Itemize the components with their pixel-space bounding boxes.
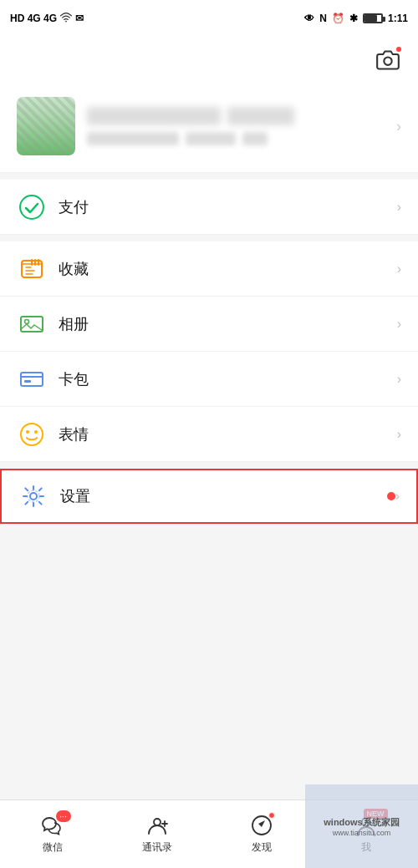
discover-dot bbox=[268, 812, 275, 819]
eye-icon: 👁 bbox=[304, 13, 314, 24]
divider-1 bbox=[0, 173, 418, 180]
bottom-nav: ··· 微信 通讯录 发现 NEW bbox=[0, 799, 418, 868]
svg-rect-4 bbox=[21, 317, 43, 332]
person-icon: NEW bbox=[354, 814, 378, 837]
menu-section: 支付 › 收藏 › 相册 › bbox=[0, 180, 418, 524]
emoji-icon bbox=[17, 419, 47, 449]
divider-pay bbox=[0, 235, 418, 241]
menu-arrow-settings: › bbox=[395, 489, 400, 504]
camera-notification-dot bbox=[395, 45, 403, 53]
svg-point-13 bbox=[154, 819, 161, 825]
profile-wechat-id-blur bbox=[87, 132, 179, 145]
status-right: 👁 N ⏰ ✱ 1:11 bbox=[304, 13, 408, 24]
status-bar: HD 4G 4G ✉ 👁 N ⏰ ✱ 1:11 bbox=[0, 0, 418, 37]
nfc-icon: N bbox=[319, 13, 327, 24]
svg-point-9 bbox=[26, 430, 29, 434]
menu-item-card[interactable]: 卡包 › bbox=[0, 352, 418, 407]
settings-icon bbox=[18, 481, 48, 511]
menu-label-emoji: 表情 bbox=[59, 424, 397, 444]
menu-label-card: 卡包 bbox=[59, 369, 397, 389]
menu-item-emoji[interactable]: 表情 › bbox=[0, 407, 418, 462]
svg-point-10 bbox=[34, 430, 38, 434]
nav-label-me: 我 bbox=[361, 840, 371, 855]
svg-point-8 bbox=[21, 424, 43, 445]
profile-sub-blur3 bbox=[242, 132, 268, 145]
collect-icon bbox=[17, 254, 47, 284]
nav-label-wechat: 微信 bbox=[43, 840, 63, 855]
profile-info bbox=[87, 107, 385, 145]
network-indicator: HD 4G 4G bbox=[10, 13, 57, 24]
menu-item-collect[interactable]: 收藏 › bbox=[0, 241, 418, 297]
compass-icon bbox=[250, 814, 273, 837]
menu-label-collect: 收藏 bbox=[59, 259, 397, 279]
time-display: 1:11 bbox=[388, 13, 408, 24]
menu-arrow-card: › bbox=[397, 372, 401, 387]
nav-item-contacts[interactable]: 通讯录 bbox=[104, 800, 209, 868]
nav-item-wechat[interactable]: ··· 微信 bbox=[0, 800, 104, 868]
nav-item-me[interactable]: NEW 我 bbox=[314, 800, 418, 868]
camera-area bbox=[0, 37, 418, 84]
me-new-badge: NEW bbox=[364, 809, 388, 819]
profile-arrow: › bbox=[396, 118, 401, 135]
svg-point-0 bbox=[65, 21, 67, 23]
svg-rect-7 bbox=[24, 380, 31, 383]
album-icon bbox=[17, 309, 47, 339]
wifi-icon bbox=[60, 13, 72, 24]
menu-label-settings: 设置 bbox=[60, 486, 382, 506]
svg-point-11 bbox=[30, 493, 37, 500]
profile-name-blurred bbox=[87, 107, 221, 125]
svg-point-1 bbox=[384, 58, 391, 65]
divider-before-settings bbox=[0, 462, 418, 469]
menu-arrow-emoji: › bbox=[397, 427, 401, 442]
pay-icon bbox=[17, 192, 47, 222]
menu-label-pay: 支付 bbox=[59, 197, 397, 217]
settings-dot bbox=[387, 492, 395, 500]
menu-label-album: 相册 bbox=[59, 314, 397, 334]
messenger-icon: ✉ bbox=[75, 13, 84, 24]
menu-arrow-album: › bbox=[397, 317, 401, 332]
svg-point-15 bbox=[362, 818, 370, 826]
profile-section[interactable]: › bbox=[0, 84, 418, 173]
svg-point-5 bbox=[25, 319, 29, 323]
menu-arrow-collect: › bbox=[397, 261, 401, 277]
svg-point-2 bbox=[20, 195, 43, 219]
menu-item-settings[interactable]: 设置 › bbox=[0, 469, 418, 524]
contacts-icon bbox=[145, 814, 169, 837]
menu-item-pay[interactable]: 支付 › bbox=[0, 180, 418, 235]
bluetooth-icon: ✱ bbox=[349, 13, 358, 24]
wechat-badge: ··· bbox=[56, 810, 71, 822]
card-icon bbox=[17, 364, 47, 394]
nav-label-contacts: 通讯录 bbox=[142, 840, 172, 855]
status-left: HD 4G 4G ✉ bbox=[10, 13, 84, 24]
battery-icon bbox=[363, 13, 383, 23]
profile-name-blur2 bbox=[227, 107, 294, 125]
camera-button[interactable] bbox=[371, 43, 405, 77]
menu-item-album[interactable]: 相册 › bbox=[0, 297, 418, 352]
avatar bbox=[17, 97, 75, 155]
menu-arrow-pay: › bbox=[397, 200, 401, 215]
alarm-icon: ⏰ bbox=[332, 13, 344, 24]
chat-icon: ··· bbox=[41, 814, 64, 837]
nav-label-discover: 发现 bbox=[252, 840, 272, 855]
nav-item-discover[interactable]: 发现 bbox=[209, 800, 314, 868]
profile-sub-blur2 bbox=[186, 132, 236, 145]
svg-rect-6 bbox=[21, 373, 43, 386]
